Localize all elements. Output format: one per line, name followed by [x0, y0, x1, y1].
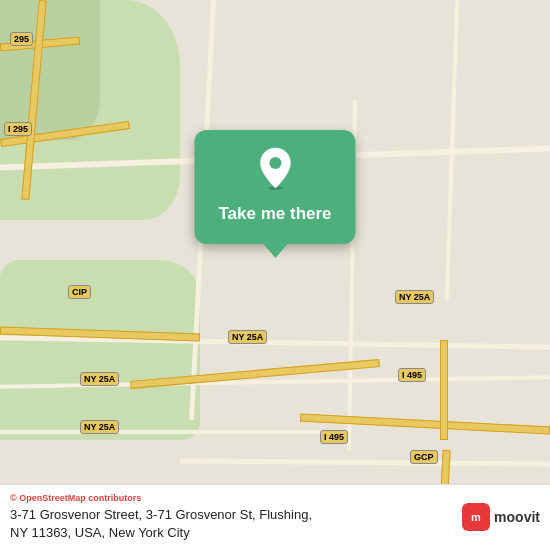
- popup-tail: [263, 244, 287, 258]
- address-line-1: 3-71 Grosvenor Street, 3-71 Grosvenor St…: [10, 507, 312, 522]
- svg-point-1: [269, 157, 281, 169]
- green-area-3: [0, 260, 200, 440]
- highway-label-hw-295-tl: 295: [10, 32, 33, 46]
- highway-label-hw-25a-4: NY 25A: [80, 420, 119, 434]
- popup-card[interactable]: Take me there: [194, 130, 355, 244]
- highway-label-hw-495-2: I 495: [320, 430, 348, 444]
- road-horizontal-4: [0, 430, 350, 434]
- moovit-logo: m moovit: [462, 503, 540, 531]
- svg-text:m: m: [471, 511, 481, 523]
- popup-label[interactable]: Take me there: [218, 204, 331, 224]
- green-area-2: [0, 0, 100, 140]
- moovit-logo-icon: m: [466, 507, 486, 527]
- highway-label-hw-495-1: I 495: [398, 368, 426, 382]
- highway-label-hw-gcp: GCP: [410, 450, 438, 464]
- highway-label-hw-25a-1: NY 25A: [395, 290, 434, 304]
- attribution-symbol: ©: [10, 493, 17, 503]
- info-text-section: © OpenStreetMap contributors 3-71 Grosve…: [10, 493, 452, 542]
- moovit-brand-text: moovit: [494, 509, 540, 525]
- map-container: 295I 295NY 25ANY 25ANY 25ANY 25ACIPI 495…: [0, 0, 550, 550]
- address-text: 3-71 Grosvenor Street, 3-71 Grosvenor St…: [10, 506, 452, 542]
- moovit-icon: m: [462, 503, 490, 531]
- highway-label-hw-25a-3: NY 25A: [80, 372, 119, 386]
- location-pin-icon: [256, 146, 294, 190]
- highway-6: [440, 340, 448, 440]
- pin-icon-wrapper: [256, 146, 294, 194]
- highway-label-hw-295-ml: I 295: [4, 122, 32, 136]
- info-bar: © OpenStreetMap contributors 3-71 Grosve…: [0, 484, 550, 550]
- attribution-text: OpenStreetMap contributors: [19, 493, 141, 503]
- address-line-2: NY 11363, USA, New York City: [10, 525, 190, 540]
- highway-label-hw-cip: CIP: [68, 285, 91, 299]
- map-attribution: © OpenStreetMap contributors: [10, 493, 452, 503]
- highway-label-hw-25a-2: NY 25A: [228, 330, 267, 344]
